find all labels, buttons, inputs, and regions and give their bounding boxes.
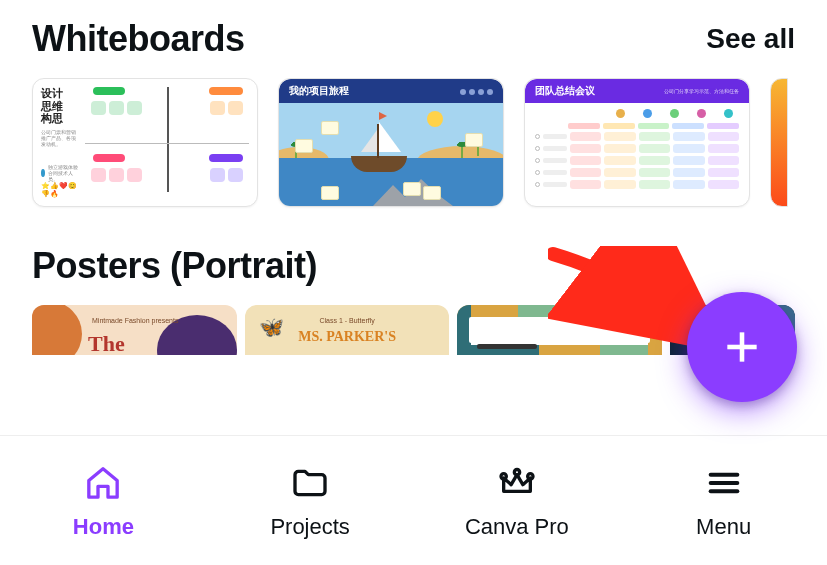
whiteboard-template-card[interactable]: 我的项目旅程 [278, 78, 504, 207]
plus-icon [720, 325, 764, 369]
whiteboards-row: 设计 思维 构思 公司门票和营销推广产品、各项发动机。 独立游戏体验合同技术人员… [0, 78, 827, 245]
whiteboard-template-card[interactable]: 设计 思维 构思 公司门票和营销推广产品、各项发动机。 独立游戏体验合同技术人员… [32, 78, 258, 207]
nav-projects[interactable]: Projects [207, 436, 414, 565]
svg-point-2 [501, 473, 506, 478]
nav-home[interactable]: Home [0, 436, 207, 565]
svg-point-3 [514, 469, 519, 474]
bottom-nav: Home Projects Canva Pro Me [0, 435, 827, 565]
poster-template-card[interactable]: Mintmade Fashion presents The [32, 305, 237, 355]
whiteboard-template-card-partial[interactable] [770, 78, 788, 207]
section-title-whiteboards: Whiteboards [32, 18, 245, 60]
whiteboards-header: Whiteboards See all [0, 0, 827, 78]
wb3-title: 团队总结会议 [535, 84, 595, 98]
crown-icon [496, 462, 538, 504]
nav-menu[interactable]: Menu [620, 436, 827, 565]
whiteboard-template-card[interactable]: 团队总结会议 公司门分享学习示范、方法和任务 [524, 78, 750, 207]
folder-icon [289, 462, 331, 504]
see-all-link-whiteboards[interactable]: See all [706, 23, 795, 55]
section-title-posters: Posters (Portrait) [32, 245, 317, 287]
wb2-title: 我的项目旅程 [289, 84, 349, 98]
nav-canva-pro[interactable]: Canva Pro [414, 436, 621, 565]
poster-template-card[interactable]: 🦋 Class 1 - Butterfly MS. PARKER'S [245, 305, 450, 355]
wb1-title: 设计 思维 构思 [41, 87, 79, 125]
poster-template-card[interactable] [457, 305, 662, 355]
home-icon [82, 462, 124, 504]
create-new-button[interactable] [687, 292, 797, 402]
menu-icon [703, 462, 745, 504]
svg-point-4 [528, 473, 533, 478]
posters-header: Posters (Portrait) [0, 245, 827, 305]
